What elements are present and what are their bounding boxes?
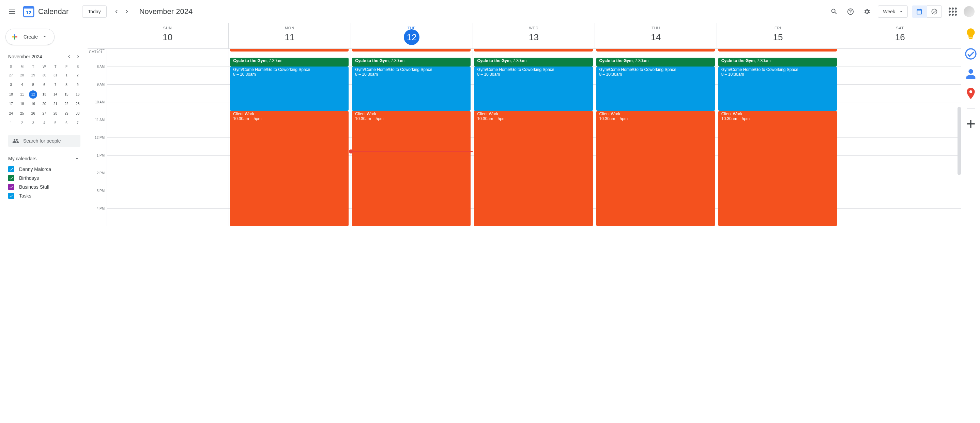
maps-app-button[interactable] <box>964 87 978 100</box>
mini-day[interactable]: 5 <box>51 119 60 127</box>
event-block[interactable]: 6:30 – 7:30am <box>596 49 715 51</box>
tasks-app-button[interactable] <box>964 47 978 61</box>
calendar-checkbox[interactable] <box>8 166 14 172</box>
calendar-list-item[interactable]: Birthdays <box>3 174 83 182</box>
mini-day[interactable]: 1 <box>7 119 15 127</box>
mini-day[interactable]: 2 <box>18 119 26 127</box>
date-number[interactable]: 14 <box>648 29 664 45</box>
event-block[interactable]: Client Work10:30am – 5pm <box>230 111 348 226</box>
view-switcher[interactable]: Week <box>878 5 908 18</box>
event-block[interactable]: Cycle to the Gym, 7:30am <box>230 57 348 67</box>
event-block[interactable]: Gym/Come Home/Go to Coworking Space8 – 1… <box>596 67 715 111</box>
event-block[interactable]: 6:30 – 7:30am <box>230 49 348 51</box>
prev-period-button[interactable] <box>111 6 122 17</box>
mini-day[interactable]: 5 <box>29 81 37 89</box>
calendar-view-button[interactable] <box>912 5 927 18</box>
day-column[interactable]: 6:30 – 7:30amCycle to the Gym, 7:30amGym… <box>595 49 717 226</box>
logo-lockup[interactable]: 12 Calendar <box>22 5 68 18</box>
mini-day[interactable]: 7 <box>51 81 60 89</box>
date-number[interactable]: 10 <box>160 29 175 45</box>
search-people-input[interactable]: Search for people <box>8 135 80 147</box>
calendar-list-item[interactable]: Business Stuff <box>3 182 83 192</box>
day-column[interactable] <box>107 49 229 226</box>
mini-day[interactable]: 26 <box>29 110 37 118</box>
mini-day[interactable]: 23 <box>73 100 82 108</box>
mini-day[interactable]: 25 <box>18 110 26 118</box>
mini-day[interactable]: 28 <box>51 110 60 118</box>
mini-day[interactable]: 4 <box>18 81 26 89</box>
event-block[interactable]: Cycle to the Gym, 7:30am <box>352 57 471 67</box>
tasks-view-button[interactable] <box>927 5 942 18</box>
mini-day[interactable]: 1 <box>62 71 70 80</box>
mini-day[interactable]: 8 <box>62 81 70 89</box>
day-column[interactable]: 6:30 – 7:30amCycle to the Gym, 7:30amGym… <box>473 49 595 226</box>
event-block[interactable]: Gym/Come Home/Go to Coworking Space8 – 1… <box>230 67 348 111</box>
today-button[interactable]: Today <box>82 5 106 18</box>
google-apps-button[interactable] <box>945 3 961 20</box>
settings-button[interactable] <box>859 3 875 20</box>
event-block[interactable]: Client Work10:30am – 5pm <box>352 111 471 226</box>
mini-day[interactable]: 17 <box>7 100 15 108</box>
mini-day[interactable]: 6 <box>40 81 48 89</box>
mini-prev-button[interactable] <box>64 52 73 61</box>
calendar-list-item[interactable]: Danny Maiorca <box>3 165 83 174</box>
mini-day[interactable]: 3 <box>29 119 37 127</box>
event-block[interactable]: Gym/Come Home/Go to Coworking Space8 – 1… <box>718 67 837 111</box>
mini-day[interactable]: 18 <box>18 100 26 108</box>
mini-calendar[interactable]: SMTWTFS272829303112345678910111213141516… <box>3 61 83 132</box>
date-number[interactable]: 13 <box>526 29 541 45</box>
calendar-checkbox[interactable] <box>8 193 14 199</box>
mini-day[interactable]: 27 <box>7 71 15 80</box>
mini-next-button[interactable] <box>73 52 83 61</box>
date-number[interactable]: 11 <box>282 29 298 45</box>
day-header[interactable]: MON11 <box>228 23 350 48</box>
mini-day[interactable]: 29 <box>62 110 70 118</box>
mini-day[interactable]: 31 <box>51 71 60 80</box>
next-period-button[interactable] <box>122 6 132 17</box>
day-column[interactable]: 6:30 – 7:30amCycle to the Gym, 7:30amGym… <box>717 49 839 226</box>
mini-day[interactable]: 12 <box>29 90 37 99</box>
mini-day[interactable]: 3 <box>7 81 15 89</box>
mini-day[interactable]: 13 <box>40 90 48 99</box>
scrollbar-thumb[interactable] <box>958 107 961 175</box>
mini-day[interactable]: 20 <box>40 100 48 108</box>
mini-day[interactable]: 2 <box>73 71 82 80</box>
mini-day[interactable]: 16 <box>73 90 82 99</box>
mini-day[interactable]: 22 <box>62 100 70 108</box>
support-button[interactable] <box>842 3 859 20</box>
mini-day[interactable]: 10 <box>7 90 15 99</box>
date-number[interactable]: 16 <box>892 29 908 45</box>
event-block[interactable]: Cycle to the Gym, 7:30am <box>596 57 715 67</box>
mini-day[interactable]: 30 <box>73 110 82 118</box>
mini-day[interactable]: 9 <box>73 81 82 89</box>
calendar-checkbox[interactable] <box>8 175 14 181</box>
day-header[interactable]: FRI15 <box>717 23 838 48</box>
mini-day[interactable]: 29 <box>29 71 37 80</box>
date-number[interactable]: 12 <box>404 29 420 45</box>
get-addons-button[interactable] <box>964 117 978 131</box>
mini-day[interactable]: 24 <box>7 110 15 118</box>
day-header[interactable]: TUE12 <box>351 23 473 48</box>
event-block[interactable]: Cycle to the Gym, 7:30am <box>718 57 837 67</box>
calendar-list-item[interactable]: Tasks <box>3 192 83 200</box>
event-block[interactable]: Gym/Come Home/Go to Coworking Space8 – 1… <box>352 67 471 111</box>
mini-day[interactable]: 7 <box>73 119 82 127</box>
date-number[interactable]: 15 <box>770 29 786 45</box>
event-block[interactable]: Gym/Come Home/Go to Coworking Space8 – 1… <box>474 67 593 111</box>
event-block[interactable]: Client Work10:30am – 5pm <box>596 111 715 226</box>
contacts-app-button[interactable] <box>964 67 978 80</box>
account-avatar[interactable] <box>964 6 975 17</box>
calendar-checkbox[interactable] <box>8 184 14 190</box>
day-header[interactable]: THU14 <box>595 23 717 48</box>
event-block[interactable]: 6:30 – 7:30am <box>352 49 471 51</box>
day-header[interactable]: SAT16 <box>839 23 961 48</box>
mini-day[interactable]: 14 <box>51 90 60 99</box>
mini-day[interactable]: 11 <box>18 90 26 99</box>
mini-day[interactable]: 4 <box>40 119 48 127</box>
mini-day[interactable]: 28 <box>18 71 26 80</box>
mini-day[interactable]: 30 <box>40 71 48 80</box>
mini-day[interactable]: 19 <box>29 100 37 108</box>
event-block[interactable]: Client Work10:30am – 5pm <box>474 111 593 226</box>
day-column[interactable]: 6:30 – 7:30amCycle to the Gym, 7:30amGym… <box>351 49 473 226</box>
mini-day[interactable]: 21 <box>51 100 60 108</box>
